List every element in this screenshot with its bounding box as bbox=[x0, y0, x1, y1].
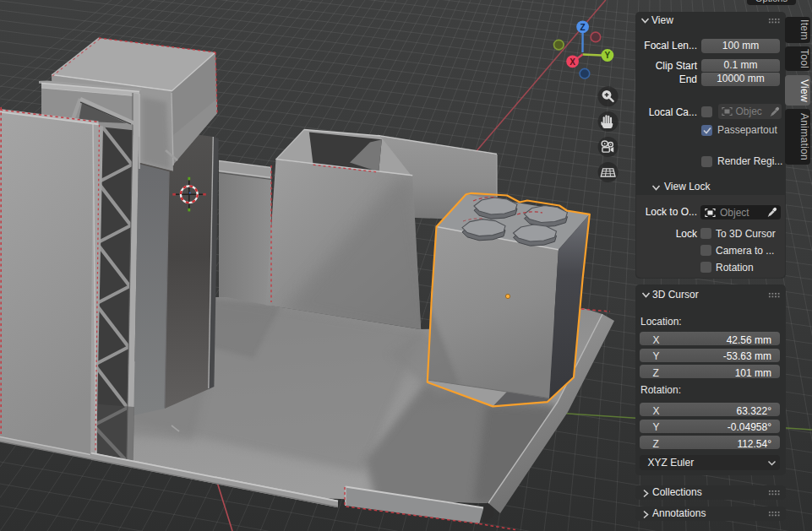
svg-text:X: X bbox=[569, 57, 575, 67]
svg-text:Y: Y bbox=[605, 51, 611, 60]
svg-text:Z: Z bbox=[580, 23, 586, 32]
